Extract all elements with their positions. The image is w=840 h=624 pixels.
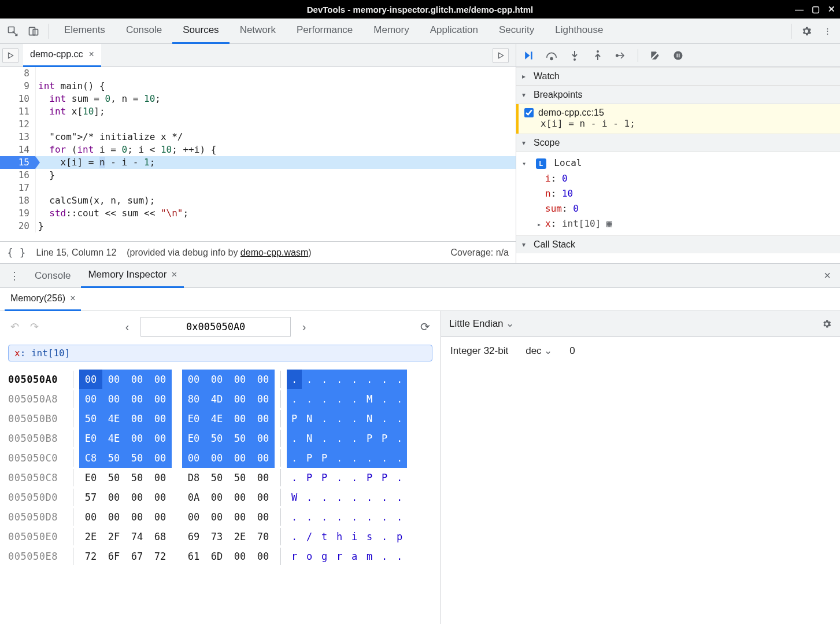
code-line[interactable]: 8 bbox=[0, 67, 516, 80]
hex-row[interactable]: 005050A800000000804D0000.....M.. bbox=[8, 389, 432, 409]
hex-row[interactable]: 005050D0570000000A000000W....... bbox=[8, 488, 432, 507]
step-into-button[interactable] bbox=[568, 49, 581, 62]
svg-marker-3 bbox=[9, 53, 13, 58]
hex-row[interactable]: 005050E02E2F746869732E70./this.p bbox=[8, 527, 432, 547]
window-titlebar: DevTools - memory-inspector.glitch.me/de… bbox=[0, 0, 840, 19]
panel-tab-application[interactable]: Application bbox=[420, 19, 489, 44]
settings-gear-icon[interactable] bbox=[822, 319, 832, 329]
next-page-button[interactable]: › bbox=[298, 320, 310, 334]
highlight-chip[interactable]: x: int[10] bbox=[8, 345, 432, 361]
refresh-icon[interactable]: ⟳ bbox=[417, 320, 432, 334]
scope-var[interactable]: n: 10 bbox=[522, 186, 834, 201]
code-line[interactable]: 15 x[i] = n - i - 1; bbox=[0, 156, 516, 169]
memory-hex-view: ↶ ↷ ‹ › ⟳ x: int[10] 005050A000000000000… bbox=[0, 311, 441, 624]
code-editor[interactable]: 8 9int main() {10 int sum = 0, n = 10;11… bbox=[0, 67, 516, 241]
panel-tab-lighthouse[interactable]: Lighthouse bbox=[545, 19, 613, 44]
device-toolbar-icon[interactable] bbox=[23, 21, 44, 42]
code-line[interactable]: 10 int sum = 0, n = 10; bbox=[0, 93, 516, 105]
debugger-toolbar bbox=[516, 44, 840, 67]
svg-point-12 bbox=[674, 51, 683, 60]
step-button[interactable] bbox=[615, 49, 627, 62]
interp-value: 0 bbox=[569, 345, 575, 357]
scope-var[interactable]: i: 0 bbox=[522, 171, 834, 186]
breakpoints-section-header[interactable]: ▾ Breakpoints bbox=[516, 86, 840, 104]
memory-tab[interactable]: Memory(256) × bbox=[5, 288, 81, 311]
deactivate-breakpoints-button[interactable] bbox=[649, 49, 661, 62]
svg-marker-4 bbox=[499, 53, 504, 58]
wasm-link[interactable]: demo-cpp.wasm bbox=[240, 248, 308, 257]
interp-base-select[interactable]: dec ⌄ bbox=[526, 345, 552, 357]
callstack-section-header[interactable]: ▾ Call Stack bbox=[516, 235, 840, 253]
settings-gear-icon[interactable] bbox=[796, 21, 817, 42]
svg-rect-6 bbox=[531, 51, 532, 59]
hex-row[interactable]: 005050C0C850500000000000.PP..... bbox=[8, 448, 432, 468]
chevron-down-icon: ▾ bbox=[522, 139, 530, 147]
memory-icon[interactable]: ▦ bbox=[606, 218, 612, 229]
breakpoint-entry[interactable]: demo-cpp.cc:15 x[i] = n - i - 1; bbox=[516, 104, 840, 134]
prev-page-button[interactable]: ‹ bbox=[121, 320, 134, 334]
more-menu-icon[interactable]: ⋮ bbox=[817, 21, 838, 42]
hex-row[interactable]: 005050A00000000000000000........ bbox=[8, 370, 432, 389]
more-tabs-icon[interactable]: ⋮ bbox=[5, 269, 24, 282]
svg-rect-13 bbox=[677, 53, 678, 57]
close-icon[interactable]: × bbox=[171, 269, 177, 280]
drawer-tab-memory-inspector[interactable]: Memory Inspector × bbox=[81, 264, 184, 288]
drawer-tabbar: ⋮ Console Memory Inspector × × bbox=[0, 264, 840, 288]
breakpoint-checkbox[interactable] bbox=[524, 108, 534, 117]
code-line[interactable]: 16 } bbox=[0, 169, 516, 182]
panel-tab-console[interactable]: Console bbox=[116, 19, 172, 44]
chevron-down-icon: ▾ bbox=[522, 241, 530, 249]
code-line[interactable]: 19 std::cout << sum << "\n"; bbox=[0, 207, 516, 220]
window-minimize-icon[interactable]: — bbox=[795, 5, 804, 14]
panel-tab-security[interactable]: Security bbox=[489, 19, 545, 44]
window-maximize-icon[interactable]: ▢ bbox=[812, 4, 820, 14]
code-line[interactable]: 17 bbox=[0, 182, 516, 194]
file-tab-label: demo-cpp.cc bbox=[30, 49, 83, 60]
window-close-icon[interactable]: ✕ bbox=[828, 4, 835, 14]
hex-row[interactable]: 005050B8E04E0000E0505000.N...PP. bbox=[8, 429, 432, 448]
step-out-button[interactable] bbox=[591, 49, 604, 62]
code-line[interactable]: 18 calcSum(x, n, sum); bbox=[0, 194, 516, 207]
scope-local-header[interactable]: ▾ L Local bbox=[522, 156, 834, 171]
window-title: DevTools - memory-inspector.glitch.me/de… bbox=[307, 5, 533, 14]
svg-rect-1 bbox=[29, 27, 35, 35]
pause-on-exceptions-button[interactable] bbox=[672, 49, 684, 62]
panel-tab-sources[interactable]: Sources bbox=[172, 19, 229, 44]
endianness-select[interactable]: Little Endian ⌄ bbox=[449, 317, 514, 330]
address-input[interactable] bbox=[140, 317, 291, 337]
file-tab-demo-cpp[interactable]: demo-cpp.cc × bbox=[23, 44, 101, 67]
resume-button[interactable] bbox=[522, 49, 535, 62]
panel-tab-network[interactable]: Network bbox=[230, 19, 286, 44]
hex-row[interactable]: 005050E8726F6772616D0000rogram.. bbox=[8, 547, 432, 566]
code-line[interactable]: 9int main() { bbox=[0, 80, 516, 93]
debugger-sidebar: ▸ Watch ▾ Breakpoints demo-cpp.cc:15 x[i… bbox=[516, 44, 840, 263]
devtools-main-toolbar: ElementsConsoleSourcesNetworkPerformance… bbox=[0, 19, 840, 44]
hex-row[interactable]: 005050B0504E0000E04E0000PN...N.. bbox=[8, 409, 432, 429]
hex-row[interactable]: 005050C8E0505000D8505000.PP..PP. bbox=[8, 468, 432, 488]
close-icon[interactable]: × bbox=[89, 49, 94, 60]
undo-icon[interactable]: ↶ bbox=[8, 320, 21, 333]
code-line[interactable]: 14 for (int i = 0; i < 10; ++i) { bbox=[0, 143, 516, 156]
navigator-toggle-icon[interactable] bbox=[2, 48, 18, 63]
panel-tab-memory[interactable]: Memory bbox=[363, 19, 419, 44]
breakpoint-code: x[i] = n - i - 1; bbox=[524, 118, 834, 129]
code-line[interactable]: 12 bbox=[0, 118, 516, 131]
drawer-close-button[interactable]: × bbox=[819, 269, 835, 282]
code-line[interactable]: 11 int x[10]; bbox=[0, 105, 516, 118]
code-line[interactable]: 13 "com">/* initialize x */ bbox=[0, 131, 516, 143]
scope-var-x[interactable]: ▸x: int[10] ▦ bbox=[522, 216, 834, 232]
pretty-print-icon[interactable]: { } bbox=[7, 246, 26, 259]
hex-row[interactable]: 005050D80000000000000000........ bbox=[8, 507, 432, 527]
redo-icon[interactable]: ↷ bbox=[28, 320, 40, 333]
inspect-element-icon[interactable] bbox=[2, 21, 23, 42]
close-icon[interactable]: × bbox=[70, 293, 75, 304]
drawer-tab-console[interactable]: Console bbox=[28, 264, 77, 288]
step-over-button[interactable] bbox=[545, 49, 558, 62]
panel-tab-elements[interactable]: Elements bbox=[54, 19, 116, 44]
code-line[interactable]: 20} bbox=[0, 220, 516, 232]
debugger-toggle-icon[interactable] bbox=[493, 48, 509, 63]
panel-tab-performance[interactable]: Performance bbox=[286, 19, 363, 44]
scope-section-header[interactable]: ▾ Scope bbox=[516, 134, 840, 152]
scope-var[interactable]: sum: 0 bbox=[522, 201, 834, 216]
watch-section-header[interactable]: ▸ Watch bbox=[516, 67, 840, 86]
